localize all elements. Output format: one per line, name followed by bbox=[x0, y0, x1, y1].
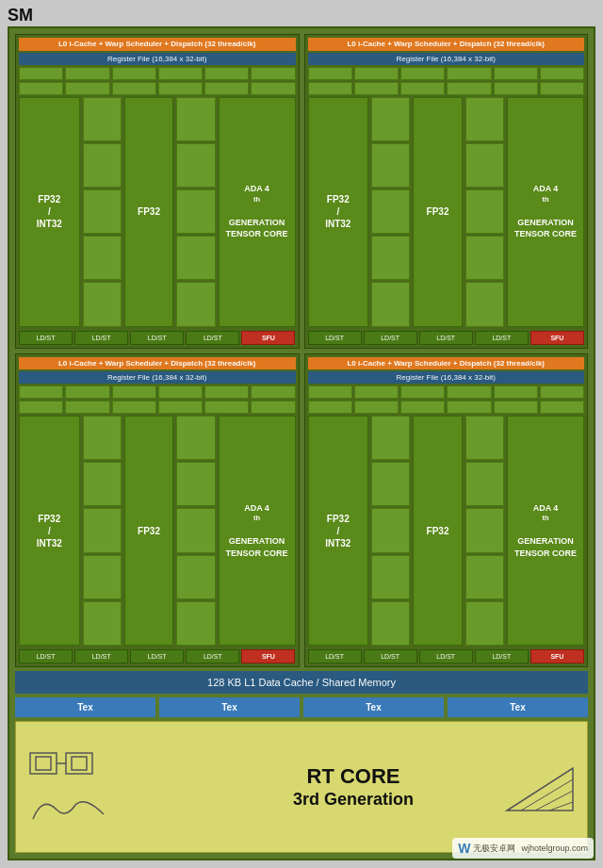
fp32-int32-2: FP32/INT32 bbox=[308, 97, 369, 327]
ldst-cell: LD/ST bbox=[130, 649, 184, 663]
sfu-cell: SFU bbox=[530, 331, 584, 345]
main-sm-container: L0 i-Cache + Warp Scheduler + Dispatch (… bbox=[8, 26, 595, 860]
mini-cell bbox=[447, 385, 491, 399]
tex-block-4: Tex bbox=[448, 697, 588, 717]
mini-sm-cell bbox=[83, 508, 122, 552]
mini-cell bbox=[112, 67, 156, 80]
svg-rect-4 bbox=[72, 757, 87, 770]
fp32-int32-3: FP32/INT32 bbox=[19, 416, 80, 646]
mini-cell bbox=[354, 82, 399, 95]
mini-sm-cell bbox=[465, 601, 504, 646]
mini-cell bbox=[308, 82, 352, 95]
mini-cell bbox=[158, 67, 203, 80]
reg-file-1: Register File (16,384 x 32-bit) bbox=[19, 53, 296, 65]
mini-cell bbox=[354, 385, 399, 399]
rt-diagram-right bbox=[502, 759, 578, 815]
mini-sm-cell bbox=[176, 555, 215, 599]
mini-sm-cell bbox=[83, 236, 122, 280]
sm-label: SM bbox=[8, 6, 33, 25]
partition-3: L0 i-Cache + Warp Scheduler + Dispatch (… bbox=[15, 353, 300, 668]
mini-sm-cell bbox=[465, 508, 504, 552]
ldst-cell: LD/ST bbox=[419, 331, 473, 345]
mini-sm-cell bbox=[83, 97, 122, 141]
mini-cell bbox=[65, 82, 109, 95]
bottom-row-4: LD/ST LD/ST LD/ST LD/ST SFU bbox=[308, 649, 585, 663]
mini-cell bbox=[19, 67, 63, 80]
reg-file-3: Register File (16,384 x 32-bit) bbox=[19, 371, 296, 384]
mini-cell bbox=[494, 67, 538, 80]
tensor-1: ADA 4thGENERATIONTENSOR CORE bbox=[219, 97, 296, 327]
mini-sm-cell bbox=[83, 189, 122, 234]
mini-sm-cell bbox=[176, 97, 215, 141]
ldst-cell: LD/ST bbox=[419, 649, 473, 663]
mini-sm-cell bbox=[371, 143, 410, 188]
ldst-cell: LD/ST bbox=[364, 649, 417, 663]
mini-sm-cell bbox=[83, 416, 122, 460]
mini-cell bbox=[251, 67, 295, 80]
reg-file-2: Register File (16,384 x 32-bit) bbox=[308, 53, 585, 65]
tensor-4: ADA 4thGENERATIONTENSOR CORE bbox=[507, 416, 584, 646]
mini-cell bbox=[251, 401, 295, 414]
rt-diagram-left bbox=[24, 745, 118, 828]
ldst-cell: LD/ST bbox=[186, 649, 239, 663]
mini-sm-cell bbox=[371, 189, 410, 234]
mini-sm-cell bbox=[371, 462, 410, 506]
fp32-3: FP32 bbox=[124, 416, 174, 646]
bottom-row-1: LD/ST LD/ST LD/ST LD/ST SFU bbox=[19, 331, 296, 345]
mini-cell bbox=[19, 401, 63, 414]
mini-cell bbox=[400, 401, 445, 414]
mini-sm-cell bbox=[465, 189, 504, 234]
mini-sm-cell bbox=[83, 143, 122, 188]
fp32-2: FP32 bbox=[413, 97, 463, 327]
mini-cell bbox=[354, 67, 399, 80]
tensor-2: ADA 4thGENERATIONTENSOR CORE bbox=[507, 97, 584, 327]
tex-block-2: Tex bbox=[159, 697, 300, 717]
mini-sm-cell bbox=[371, 555, 410, 599]
partition-2: L0 i-Cache + Warp Scheduler + Dispatch (… bbox=[304, 34, 589, 349]
fp32-1: FP32 bbox=[124, 97, 174, 327]
mini-sm-cell bbox=[176, 462, 215, 506]
watermark-text: 无极安卓网 bbox=[473, 843, 515, 855]
ldst-cell: LD/ST bbox=[130, 331, 184, 345]
svg-rect-1 bbox=[36, 757, 51, 770]
fp32-int32-1: FP32/INT32 bbox=[19, 97, 80, 327]
mini-cell bbox=[158, 82, 203, 95]
mini-cell bbox=[494, 401, 538, 414]
mini-cell bbox=[354, 401, 399, 414]
mini-cell bbox=[494, 82, 538, 95]
mini-sm-cell bbox=[176, 601, 215, 646]
cores-area-1: FP32/INT32 FP32 ADA 4thGENERATIONTENSO bbox=[19, 97, 296, 327]
mini-cell bbox=[447, 82, 491, 95]
reg-file-4: Register File (16,384 x 32-bit) bbox=[308, 371, 585, 384]
mini-grid-3 bbox=[19, 385, 296, 414]
svg-line-8 bbox=[535, 791, 573, 811]
mini-cell bbox=[540, 67, 584, 80]
mini-cell bbox=[204, 67, 249, 80]
mini-cell bbox=[251, 82, 295, 95]
mini-sm-cell bbox=[371, 601, 410, 646]
ldst-cell: LD/ST bbox=[19, 331, 73, 345]
mini-cell bbox=[400, 82, 445, 95]
ldst-cell: LD/ST bbox=[186, 331, 239, 345]
l0-header-4: L0 i-Cache + Warp Scheduler + Dispatch (… bbox=[308, 357, 585, 370]
mini-cell bbox=[447, 67, 491, 80]
mini-cell bbox=[494, 385, 538, 399]
mini-cell bbox=[19, 82, 63, 95]
svg-line-6 bbox=[507, 768, 573, 811]
ldst-cell: LD/ST bbox=[19, 649, 73, 663]
sfu-cell: SFU bbox=[241, 649, 295, 663]
l1-cache-bar: 128 KB L1 Data Cache / Shared Memory bbox=[15, 671, 588, 694]
mini-sm-cell bbox=[176, 508, 215, 552]
cores-area-4: FP32/INT32 FP32 ADA 4thGENERATIONTENSO bbox=[308, 416, 585, 646]
rt-diagram-boxes-bottom bbox=[28, 791, 113, 828]
mini-sm-cell bbox=[83, 601, 122, 646]
mini-sm-cell bbox=[371, 236, 410, 280]
mini-sm-cell bbox=[465, 97, 504, 141]
fp32-4: FP32 bbox=[413, 416, 463, 646]
cores-area-3: FP32/INT32 FP32 ADA 4thGENERATIONTENSO bbox=[19, 416, 296, 646]
mini-sm-cell bbox=[371, 282, 410, 326]
mini-cell bbox=[158, 385, 203, 399]
sfu-cell: SFU bbox=[241, 331, 295, 345]
mini-sm-cell bbox=[176, 282, 215, 326]
tex-row: Tex Tex Tex Tex bbox=[15, 697, 588, 717]
